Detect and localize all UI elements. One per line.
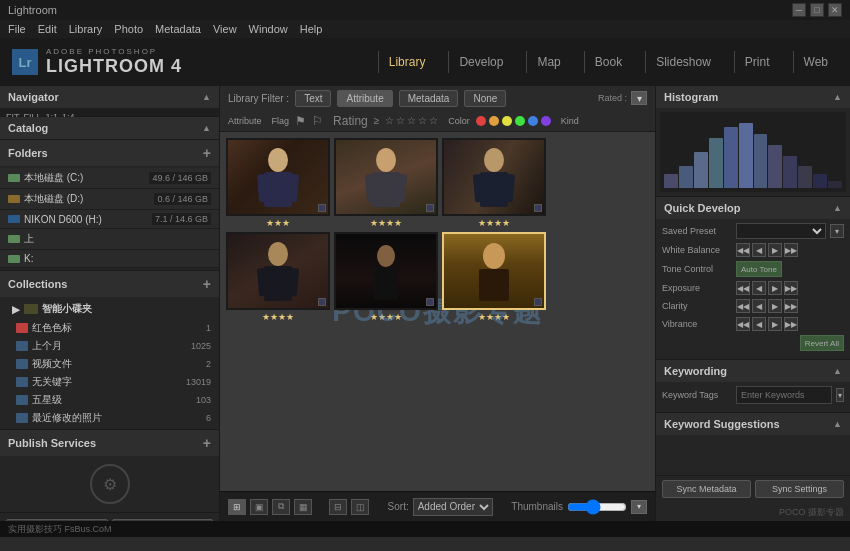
photo-cell-2[interactable]: ★★★★	[334, 138, 438, 228]
color-dot-blue[interactable]	[528, 116, 538, 126]
photo-cell-1[interactable]: ★★★	[226, 138, 330, 228]
flag-icon-1[interactable]: ⚑	[295, 114, 306, 128]
grid-view-btn[interactable]: ⊞	[228, 499, 246, 515]
tab-library[interactable]: Library	[378, 51, 436, 73]
maximize-btn[interactable]: □	[810, 3, 824, 17]
qd-revert-all-btn[interactable]: Revert All	[800, 335, 844, 351]
folder-disk-c[interactable]: 本地磁盘 (C:) 49.6 / 146 GB	[0, 168, 219, 189]
color-dot-purple[interactable]	[541, 116, 551, 126]
menu-metadata[interactable]: Metadata	[155, 23, 201, 35]
quick-develop-header[interactable]: Quick Develop ▲	[656, 197, 850, 219]
collection-item-nokw[interactable]: 无关键字 13019	[0, 373, 219, 391]
qd-wb-right2[interactable]: ▶▶	[784, 243, 798, 257]
publish-services-add-btn[interactable]: +	[203, 435, 211, 451]
survey-view-btn[interactable]: ▦	[294, 499, 312, 515]
qd-saved-preset-select[interactable]	[736, 223, 826, 239]
photo-thumb-3[interactable]	[442, 138, 546, 216]
collection-smart-folder[interactable]: ▶ 智能小碟夹	[0, 299, 219, 319]
map-btn[interactable]: ◫	[351, 499, 369, 515]
tab-map[interactable]: Map	[526, 51, 570, 73]
qd-clar-right2[interactable]: ▶▶	[784, 299, 798, 313]
qd-preset-arrow[interactable]: ▾	[830, 224, 844, 238]
folder-disk-d[interactable]: 本地磁盘 (D:) 0.6 / 146 GB	[0, 189, 219, 210]
menu-library[interactable]: Library	[69, 23, 103, 35]
color-dot-orange[interactable]	[489, 116, 499, 126]
filter-metadata-btn[interactable]: Metadata	[399, 90, 459, 107]
menu-photo[interactable]: Photo	[114, 23, 143, 35]
collections-add-btn[interactable]: +	[203, 276, 211, 292]
folders-add-btn[interactable]: +	[203, 145, 211, 161]
qd-exp-left1[interactable]: ◀	[752, 281, 766, 295]
qd-clar-left2[interactable]: ◀◀	[736, 299, 750, 313]
tab-develop[interactable]: Develop	[448, 51, 513, 73]
sync-metadata-btn[interactable]: Sync Metadata	[662, 480, 751, 498]
import-button[interactable]: Import...	[6, 519, 108, 521]
menu-file[interactable]: File	[8, 23, 26, 35]
keywording-header[interactable]: Keywording ▲	[656, 360, 850, 382]
sync-settings-btn[interactable]: Sync Settings	[755, 480, 844, 498]
qd-vib-left2[interactable]: ◀◀	[736, 317, 750, 331]
filter-none-btn[interactable]: None	[464, 90, 506, 107]
folder-disk-up[interactable]: 上	[0, 229, 219, 250]
thumbnail-size-slider[interactable]	[567, 501, 627, 513]
photo-cell-4[interactable]: ★★★★	[226, 232, 330, 322]
filter-expand-btn[interactable]: ▾	[631, 91, 647, 105]
collection-item-video[interactable]: 视频文件 2	[0, 355, 219, 373]
menu-edit[interactable]: Edit	[38, 23, 57, 35]
photo-cell-5[interactable]: ★★★★	[334, 232, 438, 322]
color-dot-yellow[interactable]	[502, 116, 512, 126]
color-dot-green[interactable]	[515, 116, 525, 126]
qd-vib-right1[interactable]: ▶	[768, 317, 782, 331]
publish-services-header[interactable]: Publish Services +	[0, 430, 219, 456]
navigator-header[interactable]: Navigator ▲	[0, 86, 219, 108]
qd-auto-tone-btn[interactable]: Auto Tone	[736, 261, 782, 277]
export-button[interactable]: Export...	[112, 519, 214, 521]
photo-thumb-2[interactable]	[334, 138, 438, 216]
tab-book[interactable]: Book	[584, 51, 632, 73]
photo-thumb-5[interactable]	[334, 232, 438, 310]
sort-select[interactable]: Added Order	[413, 498, 493, 516]
keyword-settings-btn[interactable]: ▾	[836, 388, 844, 402]
menu-view[interactable]: View	[213, 23, 237, 35]
qd-clar-left1[interactable]: ◀	[752, 299, 766, 313]
catalog-header[interactable]: Catalog ▲	[0, 117, 219, 139]
folder-disk-nikon[interactable]: NIKON D600 (H:) 7.1 / 14.6 GB	[0, 210, 219, 229]
filmstrip-btn[interactable]: ⊟	[329, 499, 347, 515]
compare-view-btn[interactable]: ⧉	[272, 499, 290, 515]
color-filter-dots[interactable]	[476, 116, 551, 126]
collection-item-recent[interactable]: 最近修改的照片 6	[0, 409, 219, 427]
filter-text-btn[interactable]: Text	[295, 90, 331, 107]
menu-help[interactable]: Help	[300, 23, 323, 35]
flag-icon-2[interactable]: ⚐	[312, 114, 323, 128]
photo-thumb-6[interactable]	[442, 232, 546, 310]
filter-attribute-btn[interactable]: Attribute	[337, 90, 392, 107]
tab-web[interactable]: Web	[793, 51, 838, 73]
tab-print[interactable]: Print	[734, 51, 780, 73]
collection-item-red[interactable]: 红色色标 1	[0, 319, 219, 337]
collection-item-5star[interactable]: 五星级 103	[0, 391, 219, 409]
qd-vib-right2[interactable]: ▶▶	[784, 317, 798, 331]
photo-cell-3[interactable]: ★★★★	[442, 138, 546, 228]
keyword-input[interactable]	[736, 386, 832, 404]
loupe-view-btn[interactable]: ▣	[250, 499, 268, 515]
close-btn[interactable]: ✕	[828, 3, 842, 17]
tab-slideshow[interactable]: Slideshow	[645, 51, 721, 73]
thumbnail-expand-icon[interactable]: ▾	[631, 500, 647, 514]
qd-exp-right1[interactable]: ▶	[768, 281, 782, 295]
minimize-btn[interactable]: ─	[792, 3, 806, 17]
photo-thumb-1[interactable]	[226, 138, 330, 216]
qd-wb-left1[interactable]: ◀	[752, 243, 766, 257]
folder-disk-k[interactable]: K:	[0, 250, 219, 268]
qd-exp-left2[interactable]: ◀◀	[736, 281, 750, 295]
qd-exp-right2[interactable]: ▶▶	[784, 281, 798, 295]
collection-item-month[interactable]: 上个月 1025	[0, 337, 219, 355]
photo-thumb-4[interactable]	[226, 232, 330, 310]
qd-wb-left2[interactable]: ◀◀	[736, 243, 750, 257]
color-dot-red[interactable]	[476, 116, 486, 126]
folders-header[interactable]: Folders +	[0, 140, 219, 166]
qd-clar-right1[interactable]: ▶	[768, 299, 782, 313]
qd-wb-right1[interactable]: ▶	[768, 243, 782, 257]
qd-vib-left1[interactable]: ◀	[752, 317, 766, 331]
histogram-header[interactable]: Histogram ▲	[656, 86, 850, 108]
star-rating[interactable]: ☆☆☆☆☆	[385, 115, 438, 126]
